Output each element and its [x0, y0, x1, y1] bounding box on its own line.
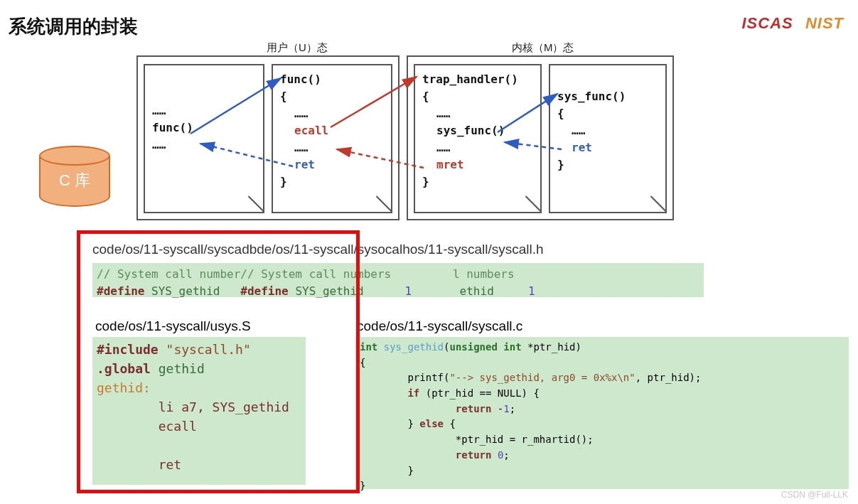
hdr-c1b: // System call numbers: [240, 267, 391, 281]
p2-l5: ……: [294, 139, 384, 156]
p1-l3: ……: [152, 136, 256, 154]
page-sysfunc: sys_func() { …… ret }: [549, 64, 667, 213]
watermark: CSDN @Full-LLK: [781, 490, 848, 500]
clib-cylinder: C 库: [39, 146, 110, 207]
p3-l2: {: [422, 88, 533, 105]
sc-l6c: {: [444, 418, 456, 429]
p3-l3: ……: [436, 105, 533, 122]
hdr-sym2: SYS_gethid: [295, 284, 363, 298]
usys-incf: "syscall.h": [166, 342, 251, 357]
logo-iscas: ISCAS: [742, 14, 793, 32]
usys-glob: .global: [97, 361, 151, 376]
p1-l2: func(): [152, 119, 256, 136]
p2-l7: }: [280, 173, 384, 191]
p3-l5: ……: [436, 139, 533, 156]
sc-l3a: printf(: [360, 372, 449, 383]
p1-l1: ……: [152, 102, 256, 119]
p4-l1: sys_func(): [557, 88, 658, 105]
sc-l2: {: [360, 357, 365, 368]
sc-l3b: "--> sys_gethid, arg0 = 0x%x\n": [449, 372, 635, 383]
slide-title: 系统调用的封装: [9, 14, 138, 39]
p2-l3: ……: [294, 105, 384, 122]
sc-l4a: if: [360, 387, 419, 399]
sc-l7: *ptr_hid = r_mhartid();: [360, 434, 594, 445]
hdr-sym1: SYS_gethid: [151, 284, 220, 298]
label-kernel-mode: 内核（M）态: [512, 41, 574, 55]
sc-l9: }: [360, 465, 414, 476]
sc-l1e: *ptr_hid): [522, 341, 581, 353]
sc-l8a: return: [360, 449, 498, 461]
usys-globn: gethid: [159, 361, 205, 376]
sc-l1b: sys_gethid: [384, 341, 444, 353]
sc-l5a: return: [360, 403, 491, 414]
p4-ret: ret: [572, 139, 658, 156]
p2-l2: {: [280, 88, 384, 105]
usys-inc: #include: [97, 342, 159, 357]
label-user-mode: 用户（U）态: [267, 41, 328, 55]
hdr-def2: #define: [240, 284, 288, 298]
syscallc-code: int sys_gethid(unsigned int *ptr_hid) { …: [355, 337, 849, 489]
p4-l5: }: [557, 156, 658, 173]
usys-label: gethid:: [97, 380, 151, 395]
page-trap-handler: trap_handler() { …… sys_func() …… mret }: [414, 64, 542, 213]
path-syscallc: code/os/11-syscall/syscall.c: [357, 318, 522, 334]
sc-l8c: ;: [503, 449, 509, 461]
p3-sysfunc: sys_func(): [436, 122, 533, 139]
sc-l6a: }: [360, 418, 419, 429]
header-paths-overlap: code/os/11-syscall/syscadbde/os/11-sysca…: [92, 242, 704, 257]
sc-l4b: (ptr_hid == NULL) {: [419, 387, 540, 399]
p3-mret: mret: [436, 156, 533, 173]
page-func: func() { …… ecall …… ret }: [272, 64, 392, 213]
usys-li: li a7, SYS_gethid: [97, 400, 289, 414]
sc-l6b: else: [419, 418, 444, 429]
p2-ecall: ecall: [294, 122, 384, 139]
p3-l1: trap_handler(): [422, 71, 533, 88]
header-code-block: // System call number// System call numb…: [92, 263, 704, 297]
sc-l5b: -: [491, 403, 503, 414]
sc-l1d: unsigned int: [449, 341, 521, 353]
p2-ret: ret: [294, 156, 384, 173]
hdr-def1: #define: [97, 284, 144, 298]
sc-l10: }: [360, 480, 365, 491]
usys-ret: ret: [97, 457, 181, 472]
usys-code: #include "syscall.h" .global gethid geth…: [92, 337, 306, 485]
page-caller: …… func() ……: [144, 64, 264, 213]
usys-ecall: ecall: [97, 419, 197, 434]
p2-l1: func(): [280, 71, 384, 88]
sc-l5d: ;: [510, 403, 515, 414]
logo-nist: NIST: [805, 14, 844, 32]
p4-l2: {: [557, 105, 658, 122]
hdr-val: 1: [405, 284, 412, 298]
sc-l3c: , ptr_hid);: [636, 372, 702, 383]
hdr-c1c: l numbers: [453, 267, 515, 281]
hdr-sym3: ethid: [460, 284, 494, 298]
path-usys: code/os/11-syscall/usys.S: [95, 318, 251, 334]
sc-l1a: int: [360, 341, 377, 353]
logos: ISCAS NIST: [742, 14, 844, 33]
hdr-val3: 1: [528, 284, 535, 298]
p3-l7: }: [422, 173, 533, 191]
hdr-c1: // System call number: [97, 267, 240, 281]
p4-l3: ……: [572, 122, 658, 139]
sc-l5c: 1: [503, 403, 509, 414]
